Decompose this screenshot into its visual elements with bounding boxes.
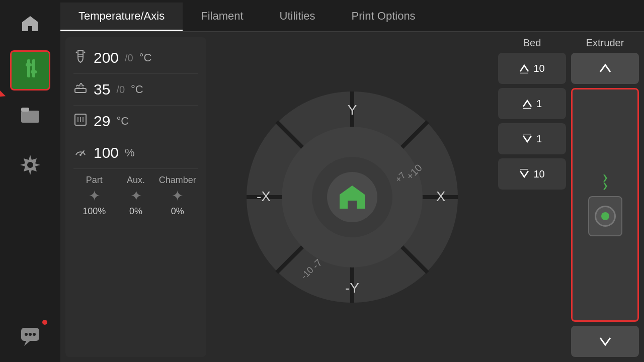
extruder-temp-row: 200 /0 °C bbox=[73, 42, 198, 74]
fan-chamber-icon: ✦ bbox=[172, 188, 183, 204]
gear-icon bbox=[19, 153, 41, 179]
svg-rect-5 bbox=[21, 108, 29, 112]
sidebar-item-settings[interactable] bbox=[10, 146, 50, 186]
speed-value: 100 bbox=[94, 144, 119, 161]
bed-up-1-button[interactable]: 1 bbox=[498, 88, 566, 119]
svg-point-11 bbox=[33, 333, 36, 336]
bed-up-10-button[interactable]: 10 bbox=[498, 53, 566, 84]
fan-chamber-value: 0% bbox=[171, 206, 184, 217]
sidebar-item-controls[interactable]: ➤ bbox=[10, 50, 50, 90]
content-area: 200 /0 °C 35 /0 °C bbox=[60, 32, 644, 362]
home-icon bbox=[19, 12, 41, 39]
sidebar-item-home[interactable] bbox=[10, 5, 50, 45]
chamber-temp-row: 29 °C bbox=[73, 106, 198, 137]
bed-temp-value: 35 bbox=[94, 81, 110, 98]
chamber-temp-unit: °C bbox=[116, 115, 129, 128]
filament-spool-center bbox=[601, 212, 609, 220]
right-panel: Bed 10 1 1 bbox=[498, 37, 639, 357]
tab-filament[interactable]: Filament bbox=[183, 3, 261, 31]
controls-icon bbox=[19, 57, 41, 84]
svg-point-14 bbox=[84, 52, 86, 53]
fan-part-icon: ✦ bbox=[89, 188, 100, 204]
sidebar-item-files[interactable] bbox=[10, 96, 50, 136]
bed-down-10-label: 10 bbox=[533, 168, 544, 180]
joystick-container: Y -Y X -X +10 +7 -7 -10 bbox=[242, 86, 463, 308]
svg-point-21 bbox=[79, 154, 82, 156]
fan-part: Part ✦ 100% bbox=[73, 175, 115, 217]
svg-rect-4 bbox=[21, 111, 39, 123]
bed-temp-icon bbox=[73, 81, 88, 98]
extruder-filament-indicator: ❯ ❯ bbox=[571, 88, 639, 322]
speed-icon bbox=[73, 145, 88, 161]
svg-point-7 bbox=[27, 162, 33, 168]
extruder-up-button[interactable] bbox=[571, 53, 639, 84]
fan-section: Part ✦ 100% Aux. ✦ 0% Chamber ✦ 0% bbox=[73, 175, 198, 217]
main-area: Temperature/Axis Filament Utilities Prin… bbox=[60, 0, 644, 362]
filament-spool-body bbox=[588, 196, 622, 236]
files-icon bbox=[19, 104, 41, 128]
tab-utilities[interactable]: Utilities bbox=[262, 3, 334, 31]
svg-rect-3 bbox=[31, 70, 37, 73]
bed-panel: Bed 10 1 1 bbox=[498, 37, 566, 357]
speed-row: 100 % bbox=[73, 137, 198, 169]
bed-up-1-label: 1 bbox=[536, 98, 542, 110]
fan-aux-icon: ✦ bbox=[130, 188, 142, 204]
chat-notification-badge bbox=[42, 320, 47, 325]
joystick-panel: Y -Y X -X +10 +7 -7 -10 bbox=[211, 37, 493, 357]
tab-print-options[interactable]: Print Options bbox=[333, 3, 433, 31]
chamber-temp-icon bbox=[73, 113, 88, 129]
svg-point-13 bbox=[76, 52, 77, 53]
bed-down-1-label: 1 bbox=[536, 133, 542, 145]
extruder-temp-target: /0 bbox=[125, 52, 133, 64]
extruder-temp-value: 200 bbox=[94, 49, 119, 66]
speed-unit: % bbox=[125, 146, 135, 159]
chamber-temp-value: 29 bbox=[94, 113, 110, 130]
fan-chamber: Chamber ✦ 0% bbox=[156, 175, 198, 217]
joystick-sector-y-neg[interactable] bbox=[352, 197, 458, 303]
fan-chamber-label: Chamber bbox=[159, 175, 196, 186]
svg-point-10 bbox=[29, 333, 32, 336]
sensor-panel: 200 /0 °C 35 /0 °C bbox=[65, 37, 206, 357]
svg-marker-12 bbox=[24, 341, 30, 346]
arrow-indicator: ➤ bbox=[0, 82, 10, 105]
bed-down-10-button[interactable]: 10 bbox=[498, 158, 566, 190]
bed-up-10-label: 10 bbox=[533, 63, 544, 74]
extruder-temp-icon bbox=[73, 49, 88, 66]
joystick-sector-y-pos[interactable] bbox=[247, 92, 352, 197]
tab-bar: Temperature/Axis Filament Utilities Prin… bbox=[60, 0, 644, 32]
bed-down-1-button[interactable]: 1 bbox=[498, 123, 566, 154]
extruder-temp-unit: °C bbox=[139, 51, 152, 64]
svg-rect-1 bbox=[32, 59, 35, 77]
extruder-label: Extruder bbox=[571, 37, 639, 49]
fan-part-value: 100% bbox=[83, 206, 106, 217]
sidebar: ➤ bbox=[0, 0, 60, 362]
bed-temp-target: /0 bbox=[116, 84, 125, 96]
bed-label: Bed bbox=[498, 37, 566, 49]
extruder-down-button[interactable] bbox=[571, 326, 639, 357]
fan-aux-value: 0% bbox=[129, 206, 142, 217]
svg-rect-15 bbox=[75, 88, 86, 93]
svg-rect-0 bbox=[27, 59, 30, 77]
joystick-sector-x-pos[interactable] bbox=[352, 92, 458, 197]
chat-icon bbox=[19, 324, 41, 350]
fan-aux: Aux. ✦ 0% bbox=[115, 175, 157, 217]
filament-spool-wheel bbox=[595, 206, 616, 227]
joystick-sector-x-neg[interactable] bbox=[247, 197, 352, 303]
fan-aux-label: Aux. bbox=[127, 175, 145, 186]
fan-part-label: Part bbox=[86, 175, 103, 186]
tab-temperature-axis[interactable]: Temperature/Axis bbox=[60, 3, 183, 31]
bed-temp-row: 35 /0 °C bbox=[73, 74, 198, 106]
sidebar-item-chat[interactable] bbox=[10, 317, 50, 357]
svg-point-9 bbox=[25, 333, 28, 336]
svg-rect-2 bbox=[26, 63, 32, 66]
bed-temp-unit: °C bbox=[131, 83, 143, 96]
joystick-svg: Y -Y X -X +10 +7 -7 -10 bbox=[242, 86, 463, 308]
extruder-panel: Extruder ❯ ❯ bbox=[571, 37, 639, 357]
